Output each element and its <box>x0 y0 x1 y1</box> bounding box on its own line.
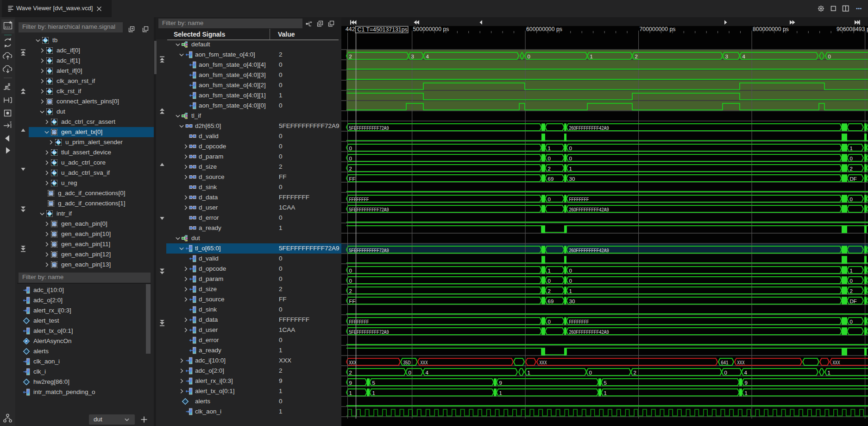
svg-text:69: 69 <box>548 299 554 304</box>
svg-text:C1 T=450137131ps: C1 T=450137131ps <box>358 26 408 33</box>
svg-text:2: 2 <box>634 370 636 375</box>
svg-text:9: 9 <box>349 380 352 386</box>
svg-text:0: 0 <box>409 370 411 375</box>
svg-text:0: 0 <box>349 278 352 284</box>
svg-text:FFFFFFFF: FFFFFFFF <box>349 197 369 202</box>
svg-text:906008493 ps: 906008493 ps <box>837 26 868 32</box>
svg-text:0: 0 <box>548 197 551 202</box>
svg-text:4: 4 <box>426 54 429 59</box>
svg-text:0: 0 <box>548 156 551 161</box>
svg-text:35D: 35D <box>403 360 411 365</box>
svg-text:1: 1 <box>528 370 530 375</box>
svg-text:0: 0 <box>569 156 572 161</box>
svg-text:XXX: XXX <box>833 360 840 365</box>
svg-text:FFFFFFFF: FFFFFFFF <box>569 197 589 202</box>
svg-text:5FEFFFFFFFFF72A9: 5FEFFFFFFFFF72A9 <box>349 125 389 131</box>
svg-text:2: 2 <box>349 166 352 172</box>
svg-text:1: 1 <box>349 390 352 396</box>
svg-text:5FEFFFFFFFFF72A9: 5FEFFFFFFFFF72A9 <box>349 329 389 335</box>
svg-text:0: 0 <box>548 278 551 284</box>
svg-text:FF: FF <box>349 299 356 304</box>
svg-text:1: 1 <box>548 146 551 151</box>
svg-text:442: 442 <box>346 26 355 32</box>
svg-text:700000000 ps: 700000000 ps <box>640 26 676 32</box>
svg-text:2: 2 <box>635 54 638 59</box>
svg-text:XXX: XXX <box>540 360 547 365</box>
svg-text:1: 1 <box>372 390 375 396</box>
svg-text:1: 1 <box>850 268 853 273</box>
svg-text:3: 3 <box>725 54 728 59</box>
svg-text:0: 0 <box>850 156 853 161</box>
svg-text:0: 0 <box>548 319 551 324</box>
svg-text:2: 2 <box>850 166 853 172</box>
svg-text:2: 2 <box>850 288 853 294</box>
svg-text:2: 2 <box>349 288 352 294</box>
svg-text:2: 2 <box>349 54 352 59</box>
svg-text:260FFFFFFFFF42A9: 260FFFFFFFFF42A9 <box>569 248 609 253</box>
svg-text:0: 0 <box>850 319 853 324</box>
svg-text:4: 4 <box>744 370 748 375</box>
svg-text:2: 2 <box>349 370 352 375</box>
svg-text:9: 9 <box>745 380 748 386</box>
svg-text:1: 1 <box>548 268 551 273</box>
svg-text:0: 0 <box>349 156 352 161</box>
svg-text:1: 1 <box>604 390 607 396</box>
svg-text:0: 0 <box>850 278 853 284</box>
svg-text:1: 1 <box>745 390 748 396</box>
svg-text:0: 0 <box>850 197 853 202</box>
svg-text:1: 1 <box>850 146 853 151</box>
svg-text:3: 3 <box>411 54 414 59</box>
svg-text:FFFFFFFF: FFFFFFFF <box>569 319 589 324</box>
svg-text:0: 0 <box>569 278 572 284</box>
svg-text:0: 0 <box>569 146 572 151</box>
svg-text:FF: FF <box>349 176 356 182</box>
svg-text:260FFFFFFFFF42A9: 260FFFFFFFFF42A9 <box>569 125 609 131</box>
svg-text:1: 1 <box>569 166 572 172</box>
svg-text:9: 9 <box>499 380 502 386</box>
svg-text:260FFFFFFFFF42A9: 260FFFFFFFFF42A9 <box>569 207 609 212</box>
svg-text:XXX: XXX <box>349 360 357 365</box>
svg-text:2: 2 <box>548 288 551 294</box>
svg-text:0: 0 <box>589 370 592 375</box>
svg-text:260FFFFFFFFF42A9: 260FFFFFFFFF42A9 <box>569 329 609 335</box>
svg-text:DF: DF <box>850 299 857 304</box>
svg-text:2: 2 <box>548 166 551 172</box>
svg-text:5FEFFFFFFFFF72A9: 5FEFFFFFFFFF72A9 <box>349 207 389 212</box>
svg-text:4: 4 <box>426 370 429 375</box>
svg-text:FFFFFFFF: FFFFFFFF <box>349 319 369 324</box>
svg-text:30: 30 <box>569 299 575 304</box>
svg-text:XXX: XXX <box>737 360 745 365</box>
svg-text:800000000 ps: 800000000 ps <box>753 26 789 32</box>
svg-text:0: 0 <box>528 54 530 59</box>
svg-text:69: 69 <box>548 176 554 182</box>
svg-text:1: 1 <box>590 54 593 59</box>
svg-text:4: 4 <box>742 54 746 59</box>
svg-text:0: 0 <box>569 268 572 273</box>
svg-text:500000000 ps: 500000000 ps <box>413 26 449 32</box>
svg-text:5FEFFFFFFFFF72A9: 5FEFFFFFFFFF72A9 <box>349 248 389 253</box>
svg-text:DF: DF <box>850 176 857 182</box>
svg-text:XXX: XXX <box>421 360 428 365</box>
svg-text:1: 1 <box>828 370 830 375</box>
svg-text:5: 5 <box>604 380 607 386</box>
svg-text:30: 30 <box>569 176 575 182</box>
svg-text:0: 0 <box>349 268 352 273</box>
svg-text:0: 0 <box>724 370 727 375</box>
svg-text:0: 0 <box>828 54 831 59</box>
svg-text:1: 1 <box>569 288 572 294</box>
svg-text:600000000 ps: 600000000 ps <box>526 26 562 32</box>
svg-text:641: 641 <box>721 360 729 365</box>
svg-text:0: 0 <box>349 146 352 151</box>
svg-text:5: 5 <box>372 380 375 386</box>
svg-text:1: 1 <box>499 390 502 396</box>
